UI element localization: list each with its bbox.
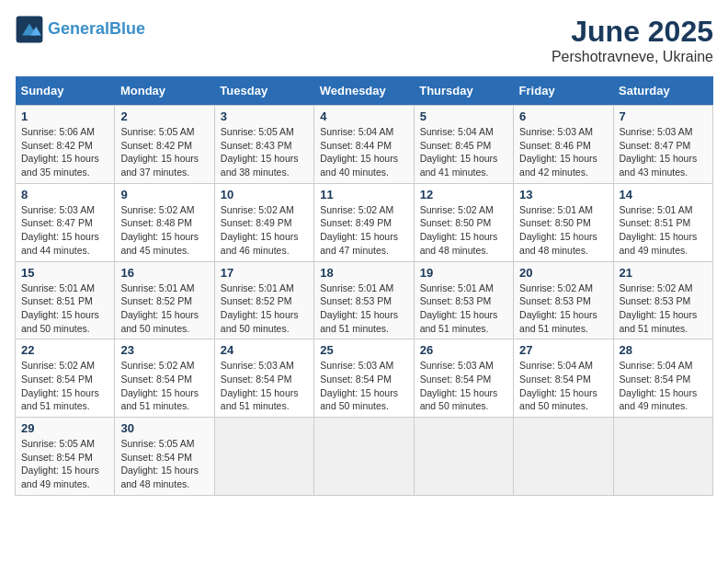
day-number: 6 xyxy=(519,109,607,123)
day-info: Sunrise: 5:03 AMSunset: 8:46 PMDaylight:… xyxy=(519,125,607,179)
calendar-week-5: 29Sunrise: 5:05 AMSunset: 8:54 PMDayligh… xyxy=(16,418,713,496)
day-number: 26 xyxy=(420,343,507,357)
calendar-cell xyxy=(314,418,414,496)
calendar-cell: 5Sunrise: 5:04 AMSunset: 8:45 PMDaylight… xyxy=(414,106,513,184)
weekday-header-sunday: Sunday xyxy=(16,76,115,106)
day-number: 9 xyxy=(120,188,208,201)
day-number: 1 xyxy=(21,109,108,123)
calendar-cell: 27Sunrise: 5:04 AMSunset: 8:54 PMDayligh… xyxy=(514,339,613,418)
calendar-cell xyxy=(414,418,513,496)
day-info: Sunrise: 5:02 AMSunset: 8:49 PMDaylight:… xyxy=(221,203,308,258)
calendar-cell: 29Sunrise: 5:05 AMSunset: 8:54 PMDayligh… xyxy=(16,418,115,496)
calendar-cell: 21Sunrise: 5:02 AMSunset: 8:53 PMDayligh… xyxy=(613,261,712,339)
calendar-cell: 10Sunrise: 5:02 AMSunset: 8:49 PMDayligh… xyxy=(214,183,313,261)
day-number: 11 xyxy=(320,188,407,201)
day-number: 13 xyxy=(519,188,607,201)
calendar-cell: 2Sunrise: 5:05 AMSunset: 8:42 PMDaylight… xyxy=(115,106,214,184)
calendar-cell: 3Sunrise: 5:05 AMSunset: 8:43 PMDaylight… xyxy=(214,106,313,184)
day-info: Sunrise: 5:05 AMSunset: 8:42 PMDaylight:… xyxy=(120,125,208,179)
day-number: 8 xyxy=(21,188,108,201)
day-number: 25 xyxy=(320,343,407,357)
day-number: 12 xyxy=(420,188,507,201)
logo-blue: Blue xyxy=(109,19,145,38)
calendar-cell: 11Sunrise: 5:02 AMSunset: 8:49 PMDayligh… xyxy=(314,183,414,261)
day-info: Sunrise: 5:02 AMSunset: 8:48 PMDaylight:… xyxy=(120,203,208,258)
calendar-cell: 19Sunrise: 5:01 AMSunset: 8:53 PMDayligh… xyxy=(414,261,513,339)
logo-text: GeneralBlue xyxy=(48,20,145,39)
calendar-cell: 14Sunrise: 5:01 AMSunset: 8:51 PMDayligh… xyxy=(613,183,712,261)
calendar-cell: 28Sunrise: 5:04 AMSunset: 8:54 PMDayligh… xyxy=(613,339,712,418)
calendar-week-4: 22Sunrise: 5:02 AMSunset: 8:54 PMDayligh… xyxy=(16,339,713,418)
day-info: Sunrise: 5:04 AMSunset: 8:45 PMDaylight:… xyxy=(420,125,507,179)
day-number: 28 xyxy=(620,343,707,357)
calendar-cell: 20Sunrise: 5:02 AMSunset: 8:53 PMDayligh… xyxy=(514,261,613,339)
day-number: 14 xyxy=(620,188,707,201)
day-number: 29 xyxy=(21,421,108,435)
calendar-cell: 24Sunrise: 5:03 AMSunset: 8:54 PMDayligh… xyxy=(214,339,313,418)
main-title: June 2025 xyxy=(552,15,713,49)
logo-icon xyxy=(15,15,44,44)
calendar-cell: 4Sunrise: 5:04 AMSunset: 8:44 PMDaylight… xyxy=(314,106,414,184)
calendar-table: SundayMondayTuesdayWednesdayThursdayFrid… xyxy=(15,76,713,496)
calendar-cell: 12Sunrise: 5:02 AMSunset: 8:50 PMDayligh… xyxy=(414,183,513,261)
day-info: Sunrise: 5:04 AMSunset: 8:54 PMDaylight:… xyxy=(620,359,707,413)
weekday-header-wednesday: Wednesday xyxy=(314,76,414,106)
day-number: 19 xyxy=(420,266,507,280)
calendar-header: SundayMondayTuesdayWednesdayThursdayFrid… xyxy=(16,76,713,106)
day-info: Sunrise: 5:05 AMSunset: 8:54 PMDaylight:… xyxy=(21,437,108,491)
calendar-week-3: 15Sunrise: 5:01 AMSunset: 8:51 PMDayligh… xyxy=(16,261,713,339)
day-info: Sunrise: 5:01 AMSunset: 8:51 PMDaylight:… xyxy=(21,282,108,336)
day-number: 2 xyxy=(120,109,208,123)
weekday-header-thursday: Thursday xyxy=(414,76,513,106)
calendar-cell: 16Sunrise: 5:01 AMSunset: 8:52 PMDayligh… xyxy=(115,261,214,339)
day-number: 30 xyxy=(120,421,208,435)
day-info: Sunrise: 5:01 AMSunset: 8:52 PMDaylight:… xyxy=(221,282,308,336)
day-number: 27 xyxy=(519,343,607,357)
calendar-cell: 17Sunrise: 5:01 AMSunset: 8:52 PMDayligh… xyxy=(214,261,313,339)
day-info: Sunrise: 5:02 AMSunset: 8:54 PMDaylight:… xyxy=(21,359,108,413)
day-info: Sunrise: 5:06 AMSunset: 8:42 PMDaylight:… xyxy=(21,125,108,179)
weekday-row: SundayMondayTuesdayWednesdayThursdayFrid… xyxy=(16,76,713,106)
calendar-cell: 6Sunrise: 5:03 AMSunset: 8:46 PMDaylight… xyxy=(514,106,613,184)
weekday-header-monday: Monday xyxy=(115,76,214,106)
calendar-cell xyxy=(613,418,712,496)
calendar-cell: 30Sunrise: 5:05 AMSunset: 8:54 PMDayligh… xyxy=(115,418,214,496)
day-info: Sunrise: 5:01 AMSunset: 8:51 PMDaylight:… xyxy=(620,203,707,258)
day-info: Sunrise: 5:02 AMSunset: 8:53 PMDaylight:… xyxy=(620,282,707,336)
day-info: Sunrise: 5:01 AMSunset: 8:53 PMDaylight:… xyxy=(320,282,407,336)
weekday-header-tuesday: Tuesday xyxy=(214,76,313,106)
day-number: 17 xyxy=(221,266,308,280)
day-number: 15 xyxy=(21,266,108,280)
day-number: 23 xyxy=(120,343,208,357)
calendar-cell: 26Sunrise: 5:03 AMSunset: 8:54 PMDayligh… xyxy=(414,339,513,418)
calendar-week-1: 1Sunrise: 5:06 AMSunset: 8:42 PMDaylight… xyxy=(16,106,713,184)
day-info: Sunrise: 5:05 AMSunset: 8:43 PMDaylight:… xyxy=(221,125,308,179)
calendar-cell: 23Sunrise: 5:02 AMSunset: 8:54 PMDayligh… xyxy=(115,339,214,418)
calendar-cell: 1Sunrise: 5:06 AMSunset: 8:42 PMDaylight… xyxy=(16,106,115,184)
day-info: Sunrise: 5:02 AMSunset: 8:53 PMDaylight:… xyxy=(519,282,607,336)
day-number: 20 xyxy=(519,266,607,280)
day-info: Sunrise: 5:02 AMSunset: 8:50 PMDaylight:… xyxy=(420,203,507,258)
day-number: 22 xyxy=(21,343,108,357)
calendar-cell: 22Sunrise: 5:02 AMSunset: 8:54 PMDayligh… xyxy=(16,339,115,418)
day-number: 7 xyxy=(620,109,707,123)
day-info: Sunrise: 5:01 AMSunset: 8:50 PMDaylight:… xyxy=(519,203,607,258)
weekday-header-saturday: Saturday xyxy=(613,76,712,106)
day-number: 4 xyxy=(320,109,407,123)
day-info: Sunrise: 5:01 AMSunset: 8:52 PMDaylight:… xyxy=(120,282,208,336)
calendar-body: 1Sunrise: 5:06 AMSunset: 8:42 PMDaylight… xyxy=(16,106,713,496)
day-info: Sunrise: 5:02 AMSunset: 8:49 PMDaylight:… xyxy=(320,203,407,258)
title-block: June 2025 Pershotravneve, Ukraine xyxy=(552,15,713,65)
day-info: Sunrise: 5:03 AMSunset: 8:47 PMDaylight:… xyxy=(620,125,707,179)
day-info: Sunrise: 5:03 AMSunset: 8:54 PMDaylight:… xyxy=(420,359,507,413)
calendar-cell: 7Sunrise: 5:03 AMSunset: 8:47 PMDaylight… xyxy=(613,106,712,184)
day-info: Sunrise: 5:04 AMSunset: 8:44 PMDaylight:… xyxy=(320,125,407,179)
day-number: 18 xyxy=(320,266,407,280)
day-info: Sunrise: 5:03 AMSunset: 8:47 PMDaylight:… xyxy=(21,203,108,258)
subtitle: Pershotravneve, Ukraine xyxy=(552,49,713,65)
day-number: 3 xyxy=(221,109,308,123)
calendar-cell xyxy=(214,418,313,496)
day-info: Sunrise: 5:04 AMSunset: 8:54 PMDaylight:… xyxy=(519,359,607,413)
calendar-cell: 9Sunrise: 5:02 AMSunset: 8:48 PMDaylight… xyxy=(115,183,214,261)
logo-general: General xyxy=(48,19,109,38)
